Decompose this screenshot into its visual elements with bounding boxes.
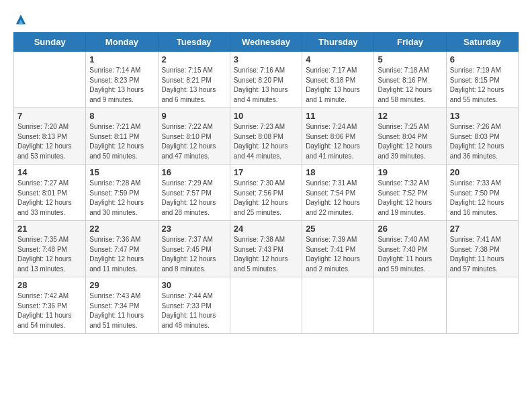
day-number: 26 <box>378 224 442 234</box>
day-info: Sunrise: 7:39 AMSunset: 7:41 PMDaylight:… <box>306 235 370 274</box>
day-info: Sunrise: 7:18 AMSunset: 8:16 PMDaylight:… <box>378 66 442 105</box>
day-number: 29 <box>89 280 154 290</box>
day-number: 5 <box>378 54 442 64</box>
calendar-week-row: 21Sunrise: 7:35 AMSunset: 7:48 PMDayligh… <box>14 221 519 277</box>
day-info: Sunrise: 7:36 AMSunset: 7:47 PMDaylight:… <box>89 235 154 274</box>
day-info: Sunrise: 7:40 AMSunset: 7:40 PMDaylight:… <box>378 235 442 274</box>
day-number: 10 <box>234 111 298 121</box>
day-info: Sunrise: 7:14 AMSunset: 8:23 PMDaylight:… <box>89 66 154 105</box>
day-info: Sunrise: 7:35 AMSunset: 7:48 PMDaylight:… <box>17 235 82 274</box>
day-number: 3 <box>234 54 298 64</box>
day-number: 23 <box>162 224 226 234</box>
day-info: Sunrise: 7:38 AMSunset: 7:43 PMDaylight:… <box>234 235 298 274</box>
calendar-cell: 5Sunrise: 7:18 AMSunset: 8:16 PMDaylight… <box>374 52 446 108</box>
calendar-week-row: 7Sunrise: 7:20 AMSunset: 8:13 PMDaylight… <box>14 108 519 165</box>
calendar-cell: 27Sunrise: 7:41 AMSunset: 7:38 PMDayligh… <box>446 221 518 277</box>
calendar-cell: 17Sunrise: 7:30 AMSunset: 7:56 PMDayligh… <box>230 165 302 221</box>
calendar-cell: 2Sunrise: 7:15 AMSunset: 8:21 PMDaylight… <box>158 52 230 108</box>
calendar-cell: 13Sunrise: 7:26 AMSunset: 8:03 PMDayligh… <box>446 108 518 165</box>
calendar-cell <box>14 52 86 108</box>
day-info: Sunrise: 7:42 AMSunset: 7:36 PMDaylight:… <box>17 291 82 330</box>
day-info: Sunrise: 7:33 AMSunset: 7:50 PMDaylight:… <box>450 179 515 218</box>
calendar-day-header: Saturday <box>446 33 518 52</box>
calendar-cell: 6Sunrise: 7:19 AMSunset: 8:15 PMDaylight… <box>446 52 518 108</box>
calendar-day-header: Thursday <box>302 33 374 52</box>
calendar-table: SundayMondayTuesdayWednesdayThursdayFrid… <box>13 32 519 334</box>
day-number: 13 <box>450 111 515 121</box>
day-number: 28 <box>17 280 82 290</box>
calendar-cell: 11Sunrise: 7:24 AMSunset: 8:06 PMDayligh… <box>302 108 374 165</box>
calendar-cell <box>302 277 374 334</box>
day-number: 4 <box>306 54 370 64</box>
day-info: Sunrise: 7:30 AMSunset: 7:56 PMDaylight:… <box>234 179 298 218</box>
calendar-cell: 12Sunrise: 7:25 AMSunset: 8:04 PMDayligh… <box>374 108 446 165</box>
day-number: 24 <box>234 224 298 234</box>
calendar-day-header: Monday <box>86 33 158 52</box>
day-info: Sunrise: 7:31 AMSunset: 7:54 PMDaylight:… <box>306 179 370 218</box>
calendar-cell: 25Sunrise: 7:39 AMSunset: 7:41 PMDayligh… <box>302 221 374 277</box>
day-info: Sunrise: 7:32 AMSunset: 7:52 PMDaylight:… <box>378 179 442 218</box>
calendar-cell: 7Sunrise: 7:20 AMSunset: 8:13 PMDaylight… <box>14 108 86 165</box>
day-number: 15 <box>89 167 154 177</box>
day-number: 6 <box>450 54 515 64</box>
page-header <box>13 13 519 26</box>
day-number: 1 <box>89 54 154 64</box>
day-info: Sunrise: 7:24 AMSunset: 8:06 PMDaylight:… <box>306 122 370 161</box>
calendar-cell: 30Sunrise: 7:44 AMSunset: 7:33 PMDayligh… <box>158 277 230 334</box>
day-info: Sunrise: 7:41 AMSunset: 7:38 PMDaylight:… <box>450 235 515 274</box>
day-number: 9 <box>162 111 226 121</box>
calendar-cell: 28Sunrise: 7:42 AMSunset: 7:36 PMDayligh… <box>14 277 86 334</box>
calendar-cell: 24Sunrise: 7:38 AMSunset: 7:43 PMDayligh… <box>230 221 302 277</box>
calendar-cell: 15Sunrise: 7:28 AMSunset: 7:59 PMDayligh… <box>86 165 158 221</box>
day-info: Sunrise: 7:43 AMSunset: 7:34 PMDaylight:… <box>89 291 154 330</box>
calendar-cell: 23Sunrise: 7:37 AMSunset: 7:45 PMDayligh… <box>158 221 230 277</box>
day-number: 8 <box>89 111 154 121</box>
day-info: Sunrise: 7:20 AMSunset: 8:13 PMDaylight:… <box>17 122 82 161</box>
day-info: Sunrise: 7:23 AMSunset: 8:08 PMDaylight:… <box>234 122 298 161</box>
calendar-cell: 22Sunrise: 7:36 AMSunset: 7:47 PMDayligh… <box>86 221 158 277</box>
day-info: Sunrise: 7:16 AMSunset: 8:20 PMDaylight:… <box>234 66 298 105</box>
calendar-cell: 9Sunrise: 7:22 AMSunset: 8:10 PMDaylight… <box>158 108 230 165</box>
day-info: Sunrise: 7:44 AMSunset: 7:33 PMDaylight:… <box>162 291 226 330</box>
calendar-cell: 1Sunrise: 7:14 AMSunset: 8:23 PMDaylight… <box>86 52 158 108</box>
calendar-body: 1Sunrise: 7:14 AMSunset: 8:23 PMDaylight… <box>14 52 519 334</box>
day-info: Sunrise: 7:15 AMSunset: 8:21 PMDaylight:… <box>162 66 226 105</box>
day-info: Sunrise: 7:28 AMSunset: 7:59 PMDaylight:… <box>89 179 154 218</box>
calendar-cell: 19Sunrise: 7:32 AMSunset: 7:52 PMDayligh… <box>374 165 446 221</box>
calendar-cell: 20Sunrise: 7:33 AMSunset: 7:50 PMDayligh… <box>446 165 518 221</box>
day-info: Sunrise: 7:29 AMSunset: 7:57 PMDaylight:… <box>162 179 226 218</box>
day-info: Sunrise: 7:27 AMSunset: 8:01 PMDaylight:… <box>17 179 82 218</box>
day-info: Sunrise: 7:17 AMSunset: 8:18 PMDaylight:… <box>306 66 370 105</box>
calendar-cell: 16Sunrise: 7:29 AMSunset: 7:57 PMDayligh… <box>158 165 230 221</box>
calendar-week-row: 1Sunrise: 7:14 AMSunset: 8:23 PMDaylight… <box>14 52 519 108</box>
day-info: Sunrise: 7:26 AMSunset: 8:03 PMDaylight:… <box>450 122 515 161</box>
day-info: Sunrise: 7:37 AMSunset: 7:45 PMDaylight:… <box>162 235 226 274</box>
day-number: 19 <box>378 167 442 177</box>
calendar-week-row: 28Sunrise: 7:42 AMSunset: 7:36 PMDayligh… <box>14 277 519 334</box>
calendar-cell: 8Sunrise: 7:21 AMSunset: 8:11 PMDaylight… <box>86 108 158 165</box>
day-info: Sunrise: 7:19 AMSunset: 8:15 PMDaylight:… <box>450 66 515 105</box>
calendar-cell <box>446 277 518 334</box>
calendar-day-header: Sunday <box>14 33 86 52</box>
day-number: 30 <box>162 280 226 290</box>
day-number: 17 <box>234 167 298 177</box>
calendar-cell <box>230 277 302 334</box>
day-info: Sunrise: 7:21 AMSunset: 8:11 PMDaylight:… <box>89 122 154 161</box>
day-number: 12 <box>378 111 442 121</box>
calendar-cell <box>374 277 446 334</box>
day-number: 27 <box>450 224 515 234</box>
calendar-cell: 3Sunrise: 7:16 AMSunset: 8:20 PMDaylight… <box>230 52 302 108</box>
calendar-day-header: Tuesday <box>158 33 230 52</box>
day-number: 2 <box>162 54 226 64</box>
calendar-cell: 18Sunrise: 7:31 AMSunset: 7:54 PMDayligh… <box>302 165 374 221</box>
calendar-week-row: 14Sunrise: 7:27 AMSunset: 8:01 PMDayligh… <box>14 165 519 221</box>
day-info: Sunrise: 7:25 AMSunset: 8:04 PMDaylight:… <box>378 122 442 161</box>
calendar-cell: 26Sunrise: 7:40 AMSunset: 7:40 PMDayligh… <box>374 221 446 277</box>
day-number: 22 <box>89 224 154 234</box>
calendar-cell: 10Sunrise: 7:23 AMSunset: 8:08 PMDayligh… <box>230 108 302 165</box>
calendar-cell: 14Sunrise: 7:27 AMSunset: 8:01 PMDayligh… <box>14 165 86 221</box>
day-number: 18 <box>306 167 370 177</box>
calendar-cell: 29Sunrise: 7:43 AMSunset: 7:34 PMDayligh… <box>86 277 158 334</box>
day-number: 7 <box>17 111 82 121</box>
logo <box>13 13 27 26</box>
